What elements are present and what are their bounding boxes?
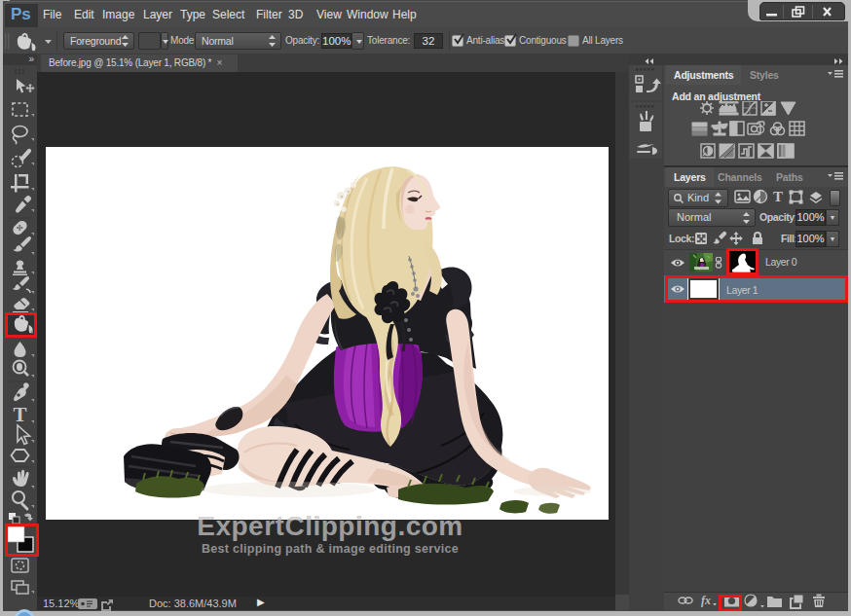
svg-text:T: T: [773, 189, 783, 204]
svg-text:Kind: Kind: [687, 192, 709, 203]
svg-text:T: T: [13, 403, 26, 426]
svg-text:fx: fx: [701, 594, 711, 607]
